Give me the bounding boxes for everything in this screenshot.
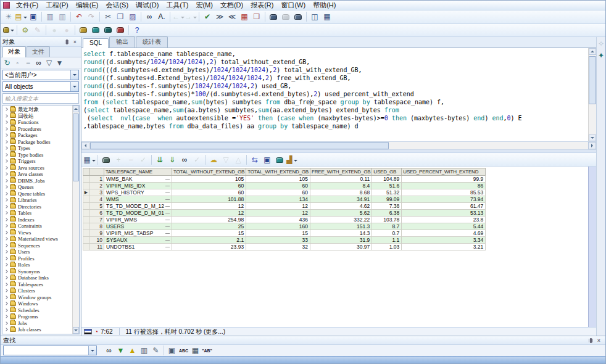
menu-item[interactable]: 调试(D) (132, 1, 162, 10)
expander-icon[interactable] (4, 321, 8, 325)
cell-value[interactable]: 8.68 (310, 189, 371, 196)
close-icon[interactable]: × (595, 337, 603, 344)
cell-value[interactable]: 151.3 (310, 223, 371, 230)
dock-dark-icon[interactable]: ✦ (597, 51, 605, 59)
row-number[interactable]: 2 (89, 183, 104, 189)
whole-word-icon[interactable]: ABC (178, 345, 189, 355)
expander-icon[interactable] (4, 120, 8, 124)
cell-tablespace-name[interactable]: VIPIIR_WMS (104, 217, 172, 223)
cell-value[interactable]: 86 (402, 183, 486, 189)
tree-item[interactable]: Windows (2, 300, 72, 307)
table-row[interactable]: 11UNDOTBS123.933230.971.033.21 (83, 244, 486, 250)
expander-icon[interactable] (4, 315, 8, 318)
table-row[interactable]: 6TS_TD_MODE_D_M_0112125.626.3853.13 (83, 210, 486, 217)
browser-filter-input[interactable] (2, 93, 79, 104)
scrollbar-thumb[interactable] (589, 56, 596, 104)
replace-icon[interactable]: A. (156, 11, 168, 22)
cell-value[interactable]: 0.11 (310, 176, 371, 183)
column-header[interactable]: FREE_WITH_EXTEND_GB (310, 168, 371, 176)
cell-value[interactable]: 15 (246, 230, 310, 237)
regex-icon[interactable]: ▦ (189, 345, 201, 355)
case-sensitive-icon[interactable]: "AB" (201, 345, 213, 355)
user-dropdown[interactable]: <当前用户> (2, 70, 79, 80)
cell-value[interactable]: 12 (172, 210, 246, 217)
query-teapot-icon[interactable] (273, 154, 286, 165)
collapse-icon[interactable]: − (23, 58, 33, 68)
expander-icon[interactable] (4, 276, 8, 279)
cut-icon[interactable]: ✂ (102, 11, 114, 22)
cell-value[interactable]: 5.44 (402, 223, 486, 230)
object-type-dropdown[interactable]: All objects (2, 81, 79, 92)
expander-icon[interactable] (4, 296, 8, 299)
cell-value[interactable]: 34.91 (310, 196, 371, 203)
cell-value[interactable]: 104.89 (372, 176, 402, 183)
expander-icon[interactable] (4, 127, 8, 131)
row-number[interactable]: 1 (89, 176, 104, 183)
edit-mark-icon[interactable]: ✎ (150, 345, 162, 355)
row-number[interactable]: 8 (89, 223, 104, 230)
expander-icon[interactable] (4, 185, 8, 189)
table-row[interactable]: 9VIPIIR_MIS_TABSP151514.30.74.69 (83, 230, 486, 237)
cell-value[interactable]: 2.1 (172, 237, 246, 244)
menu-item[interactable]: 窗口(W) (277, 1, 309, 10)
tree-item[interactable]: Triggers (2, 158, 72, 165)
results-vscrollbar[interactable] (588, 167, 596, 327)
tab-统计表[interactable]: 统计表 (136, 36, 168, 48)
tree-item[interactable]: Java sources (2, 165, 72, 172)
expander-icon[interactable] (4, 263, 8, 267)
expander-icon[interactable] (4, 179, 8, 183)
scroll-up-icon[interactable] (589, 48, 596, 55)
cell-value[interactable]: 73.94 (402, 196, 486, 203)
expander-icon[interactable] (4, 140, 8, 144)
find-input[interactable] (6, 346, 88, 355)
tree-item[interactable]: Directories (2, 204, 72, 210)
cell-value[interactable]: 254.98 (172, 217, 246, 223)
tree-item[interactable]: Clusters (2, 287, 72, 294)
tree-item[interactable]: Type bodies (2, 152, 72, 159)
row-number[interactable]: 7 (89, 217, 104, 223)
compile-icon[interactable]: ❒ (251, 11, 263, 22)
cell-value[interactable]: 60 (246, 189, 310, 196)
teapot-session-dark-icon[interactable] (102, 25, 114, 36)
row-marker[interactable] (83, 183, 89, 189)
copy-icon[interactable]: ❐ (114, 11, 127, 22)
cell-value[interactable]: 60 (172, 189, 246, 196)
row-marker[interactable] (83, 244, 89, 250)
cell-value[interactable]: 1.03 (372, 244, 402, 250)
cell-tablespace-name[interactable]: VIPIIR_MIS_IDX (104, 183, 172, 189)
tree-item[interactable]: DBMS_Jobs (2, 178, 72, 184)
cell-value[interactable]: 30.97 (310, 244, 371, 250)
tree-item[interactable]: Package bodies (2, 139, 72, 146)
expander-icon[interactable] (4, 159, 8, 163)
expander-icon[interactable] (4, 107, 8, 111)
expander-icon[interactable] (4, 224, 8, 228)
cell-value[interactable]: 12 (246, 210, 310, 217)
table-row[interactable]: 2VIPIIR_MIS_IDX60608.451.686 (83, 183, 486, 189)
table-row[interactable]: 7VIPIIR_WMS254.98436332.22103.7823.8 (83, 217, 486, 223)
save-results-icon[interactable]: ▣ (261, 154, 273, 165)
cell-value[interactable]: 1.1 (372, 237, 402, 244)
cell-tablespace-name[interactable]: WMS_BAK (104, 176, 172, 183)
column-header[interactable]: USED_GB (372, 168, 402, 176)
cell-value[interactable]: 105 (246, 176, 310, 183)
menu-item[interactable]: 帮助(H) (309, 1, 339, 10)
expander-icon[interactable] (4, 218, 8, 221)
logon-key-icon[interactable] (2, 25, 15, 36)
new-icon[interactable]: ☀ (2, 11, 15, 22)
editor-hscrollbar[interactable] (81, 142, 596, 150)
find-next-icon[interactable]: ▼ (115, 345, 127, 355)
chevron-down-icon[interactable] (70, 70, 78, 80)
tree-item[interactable]: Types (2, 145, 72, 152)
cell-value[interactable]: 25 (172, 223, 246, 230)
scroll-down-icon[interactable] (589, 134, 596, 141)
dock-light-icon[interactable]: ✧ (597, 39, 605, 48)
row-number[interactable]: 9 (89, 230, 104, 237)
row-number[interactable]: 10 (89, 237, 104, 244)
cell-value[interactable]: 0.7 (372, 230, 402, 237)
scroll-left-icon[interactable] (81, 142, 89, 149)
tab-文件[interactable]: 文件 (27, 46, 50, 57)
row-marker[interactable] (83, 217, 89, 223)
row-marker[interactable] (83, 230, 89, 237)
menu-item[interactable]: 文件(F) (12, 1, 42, 10)
cell-value[interactable]: 23.93 (172, 244, 246, 250)
